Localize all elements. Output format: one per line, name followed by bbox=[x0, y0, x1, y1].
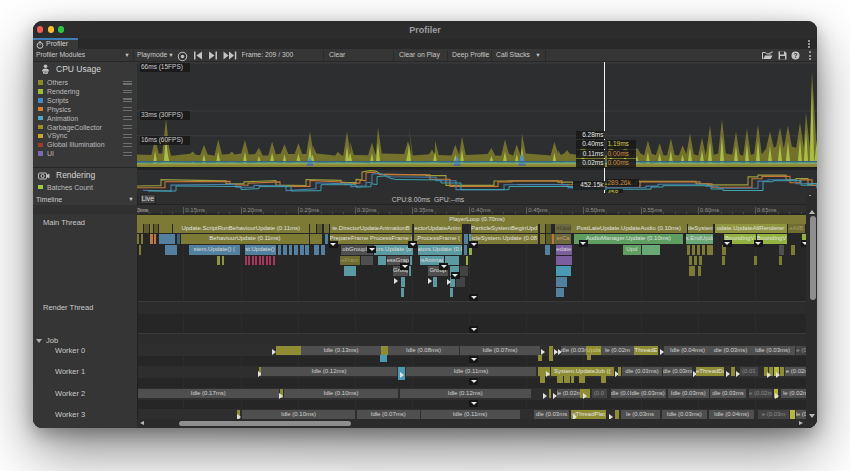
svg-text:?: ? bbox=[793, 52, 797, 59]
svg-text:CPU: CPU bbox=[43, 71, 49, 74]
